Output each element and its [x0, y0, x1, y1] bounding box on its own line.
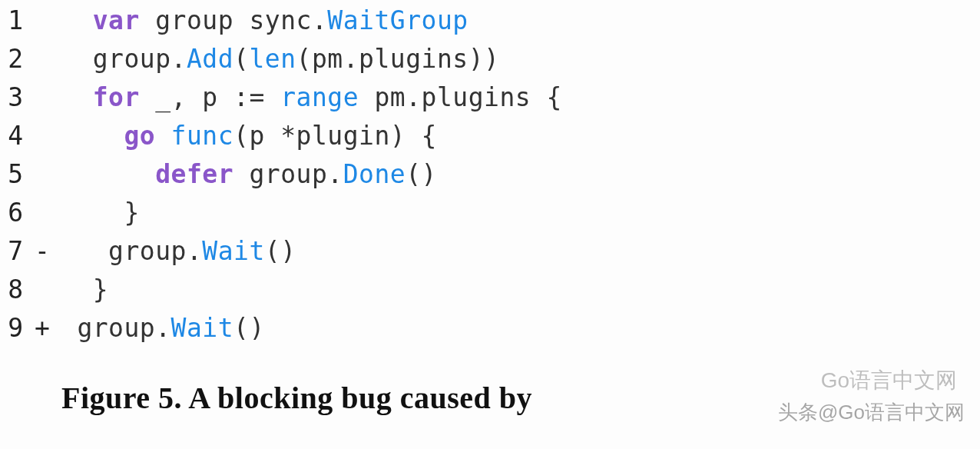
line-number: 1 [0, 2, 23, 40]
token-fn: range [280, 82, 359, 112]
code-content: } [61, 271, 108, 309]
code-line: 6 } [0, 194, 980, 232]
line-number: 3 [0, 78, 23, 117]
line-number: 7 [0, 232, 23, 271]
token-pun: * [265, 121, 296, 151]
code-line: 9+ group.Wait() [0, 309, 980, 348]
token-pun [233, 159, 249, 189]
token-pun [140, 82, 155, 112]
token-id: p [202, 82, 217, 112]
token-pun [140, 5, 155, 35]
token-pun: } [93, 274, 108, 304]
token-pun: , [171, 82, 203, 112]
token-pun: . [155, 313, 171, 343]
token-fn: func [171, 121, 233, 151]
token-fn: len [249, 44, 296, 74]
token-id: _ [155, 82, 171, 112]
token-id: plugins [422, 82, 531, 112]
token-pun: := [218, 82, 280, 112]
code-content: } [61, 194, 140, 232]
line-number: 2 [0, 40, 23, 78]
code-line: 8 } [0, 271, 980, 309]
token-pun: . [327, 159, 343, 189]
line-number: 4 [0, 117, 23, 155]
token-pun: . [343, 44, 359, 74]
token-kw: go [124, 121, 155, 151]
line-number: 9 [0, 309, 23, 348]
token-pun: { [531, 82, 562, 112]
token-pun: . [187, 236, 202, 266]
token-kw: for [93, 82, 140, 112]
token-pun: ( [233, 121, 249, 151]
code-line: 5 defer group.Done() [0, 155, 980, 194]
code-line: 2 group.Add(len(pm.plugins)) [0, 40, 980, 78]
token-pun [233, 5, 249, 35]
token-id: group [249, 159, 327, 189]
code-content: var group sync.WaitGroup [61, 2, 468, 40]
token-fn: Wait [202, 236, 264, 266]
code-content: group.Add(len(pm.plugins)) [61, 40, 499, 78]
token-id: group [77, 313, 155, 343]
code-line: 7- group.Wait() [0, 232, 980, 271]
code-line: 4 go func(p *plugin) { [0, 117, 980, 155]
token-pun: () [233, 313, 265, 343]
token-id: p [249, 121, 264, 151]
diff-marker: - [23, 232, 61, 271]
token-pun: . [312, 5, 327, 35]
token-pun: )) [468, 44, 500, 74]
token-fn: Wait [171, 313, 233, 343]
token-fn: Done [343, 159, 406, 189]
token-id: pm [312, 44, 343, 74]
token-pun: . [171, 44, 187, 74]
watermark-text-1: Go语言中文网 [821, 366, 957, 395]
code-line: 1 var group sync.WaitGroup [0, 2, 980, 40]
line-number: 8 [0, 271, 23, 309]
line-number: 5 [0, 155, 23, 194]
token-pun: ( [233, 44, 249, 74]
code-line: 3 for _, p := range pm.plugins { [0, 78, 980, 117]
token-pun: . [406, 82, 421, 112]
token-id: group [93, 44, 171, 74]
line-number: 6 [0, 194, 23, 232]
token-id: plugins [359, 44, 468, 74]
token-id: group [108, 236, 187, 266]
code-block: 1 var group sync.WaitGroup2 group.Add(le… [0, 0, 980, 348]
code-content: for _, p := range pm.plugins { [61, 78, 562, 117]
token-kw: var [93, 5, 140, 35]
token-id: pm [374, 82, 406, 112]
token-pun: () [406, 159, 437, 189]
code-content: defer group.Done() [61, 155, 437, 194]
token-id: sync [249, 5, 311, 35]
token-pun: } [124, 198, 139, 228]
diff-marker: + [23, 309, 61, 348]
code-content: go func(p *plugin) { [61, 117, 437, 155]
token-fn: WaitGroup [327, 5, 468, 35]
token-fn: Add [187, 44, 233, 74]
code-content: group.Wait() [61, 309, 265, 348]
watermark-text-2: 头条@Go语言中文网 [778, 399, 965, 426]
token-pun: ( [296, 44, 312, 74]
token-kw: defer [155, 159, 233, 189]
token-pun [359, 82, 374, 112]
code-content: group.Wait() [61, 232, 296, 271]
token-id: group [155, 5, 233, 35]
token-id: plugin [296, 121, 390, 151]
token-pun [155, 121, 171, 151]
token-pun: ) { [390, 121, 437, 151]
token-pun: () [265, 236, 296, 266]
